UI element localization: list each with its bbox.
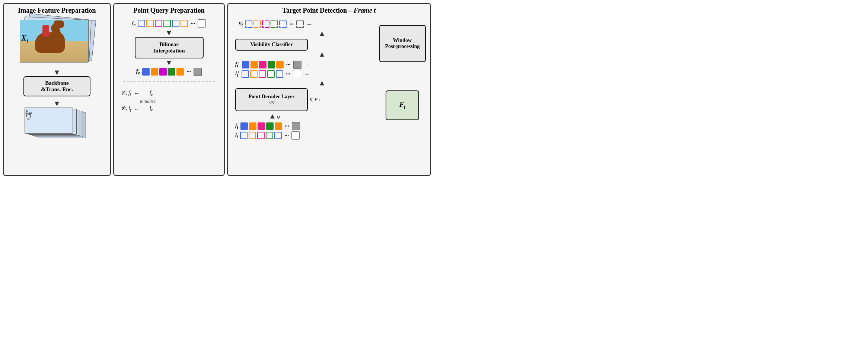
backbone-line2: &Trans. Enc. bbox=[29, 86, 85, 93]
feature-stack: ··· FW F1 bbox=[25, 108, 90, 139]
fe-box-purple bbox=[159, 68, 167, 76]
fe-box-blue bbox=[142, 68, 150, 76]
decoder-box: Point Decoder Layer ×N bbox=[235, 88, 308, 111]
le-box-green bbox=[163, 20, 171, 27]
vt-box-green bbox=[271, 20, 278, 28]
fe-label: fe bbox=[136, 68, 140, 76]
window-label: WindowPost-processing bbox=[385, 38, 419, 49]
ft-lt-section: ft ··· lt bbox=[235, 121, 375, 141]
lt-prime-label: lt′ bbox=[235, 71, 239, 78]
right-sidebar: WindowPost-processing Ft bbox=[378, 17, 427, 169]
middle-content: le ··· ▼ Bilinear Interpolation ▼ bbox=[118, 17, 220, 116]
img-card-main bbox=[20, 20, 89, 63]
ftp-box-orange2 bbox=[276, 61, 284, 68]
le-box-blue2 bbox=[172, 20, 179, 27]
vt-box-dashed-gray bbox=[296, 20, 304, 28]
rider-body bbox=[42, 25, 49, 37]
lt-box-green bbox=[266, 132, 273, 139]
lt-box-white bbox=[291, 131, 300, 140]
arrow-features: ▼ bbox=[7, 99, 106, 108]
init-section: ∀t, ft ← fe initialize ∀t, lt ← le bbox=[118, 87, 220, 116]
fe-box-gray bbox=[194, 68, 202, 76]
ft-box-green bbox=[266, 122, 274, 130]
q-section: ▼ Q bbox=[269, 114, 375, 119]
bilinear-line2: Interpolation bbox=[141, 48, 198, 54]
ft-box-label: Ft bbox=[399, 101, 405, 110]
lt-box-orange bbox=[249, 132, 256, 139]
arrow-left1: ← bbox=[134, 90, 140, 97]
ft-box-pink bbox=[258, 122, 265, 130]
ltp-box-green bbox=[267, 70, 275, 78]
frame-t-label: Frame t bbox=[354, 7, 376, 14]
lt-label: lt bbox=[235, 132, 238, 139]
lt-box-pink bbox=[257, 132, 265, 139]
lt-prime-row: lt′ ··· → bbox=[235, 70, 375, 78]
arrow-bilinear: ▼ bbox=[165, 29, 173, 37]
initialize-label: initialize bbox=[140, 99, 156, 104]
le-box-blue bbox=[138, 20, 145, 27]
ltp-arrow-right: → bbox=[304, 71, 310, 77]
forall-lt-row: ∀t, lt ← le bbox=[121, 105, 217, 113]
fe-init-text: fe bbox=[150, 90, 153, 97]
right-panel: Target Point Detection – Frame t vt ··· bbox=[227, 3, 431, 176]
forall-lt-text: ∀t, lt bbox=[121, 105, 131, 113]
middle-panel: Point Query Preparation le ··· ▼ Bilinea… bbox=[113, 3, 225, 176]
arrow-up-vis: ▼ bbox=[269, 52, 375, 58]
xN-label: ×N bbox=[268, 100, 275, 106]
dashed-divider bbox=[123, 81, 215, 82]
horse-head bbox=[54, 20, 64, 28]
backbone-line1: Backbone bbox=[29, 80, 85, 86]
visibility-label: Visibility Classifier bbox=[250, 42, 293, 47]
arrow-fe: ▼ bbox=[165, 58, 173, 67]
horse-scene bbox=[20, 20, 88, 62]
ft-box-orange3 bbox=[275, 122, 282, 130]
decoder-label: Point Decoder Layer bbox=[248, 94, 294, 100]
image-x1-label: X1 bbox=[21, 34, 29, 44]
fe-box-orange bbox=[151, 68, 158, 76]
ft-dots: ··· bbox=[285, 123, 289, 130]
forall-ft-text: ∀t, ft bbox=[121, 90, 131, 97]
ftp-box-orange bbox=[250, 61, 258, 68]
ft-green-box: Ft bbox=[386, 90, 419, 120]
ft-prime-row: ft′ ··· → bbox=[235, 61, 375, 69]
lt-row: lt ··· bbox=[235, 131, 375, 140]
arrow-up-q: ▼ bbox=[269, 114, 276, 119]
vt-box-purple bbox=[262, 20, 269, 28]
visibility-box: Visibility Classifier bbox=[235, 39, 308, 51]
ltp-dots: ··· bbox=[286, 71, 290, 77]
fe-box-green bbox=[168, 68, 175, 76]
fe-dots: ··· bbox=[186, 68, 191, 75]
vis-row: Visibility Classifier bbox=[235, 39, 375, 51]
ft-row: ft ··· bbox=[235, 122, 375, 130]
q-label: Q bbox=[277, 115, 280, 119]
left-panel-title: Image Feature Preparation bbox=[7, 7, 106, 15]
main-container: Image Feature Preparation X1 ▼ Backbone bbox=[0, 0, 434, 179]
le-box-orange2 bbox=[181, 20, 188, 27]
le-label: le bbox=[132, 20, 136, 28]
ltp-box-blue bbox=[242, 70, 249, 78]
vt-row: vt ··· bbox=[239, 20, 304, 28]
kv-q-labels: K, V bbox=[309, 97, 317, 103]
arrow-up-decoder: ▼ bbox=[269, 81, 375, 87]
ftp-box-green bbox=[268, 61, 275, 68]
arrow-left2: ← bbox=[134, 106, 140, 112]
vt-arrow-right: → bbox=[306, 21, 312, 28]
init-label-row: initialize bbox=[121, 99, 217, 104]
right-inner: vt ··· → ▼ bbox=[232, 17, 427, 169]
vt-label: vt bbox=[239, 20, 243, 28]
right-panel-title: Target Point Detection – Frame t bbox=[232, 7, 427, 15]
ltp-box-pink bbox=[259, 70, 266, 78]
ft-box-gray bbox=[292, 122, 300, 130]
ft-box-blue bbox=[240, 122, 248, 130]
lt-box-blue2 bbox=[274, 132, 282, 139]
vt-dots: ··· bbox=[289, 21, 294, 28]
le-box-purple bbox=[155, 20, 162, 27]
vt-box-blue bbox=[245, 20, 252, 28]
ft-box-orange bbox=[249, 122, 256, 130]
vt-box-blue2 bbox=[279, 20, 287, 28]
ftp-box-blue bbox=[242, 61, 249, 68]
image-stack: X1 bbox=[16, 17, 98, 65]
ftp-box-gray bbox=[293, 61, 301, 69]
ft-prime-label: ft′ bbox=[235, 61, 240, 68]
f1-label: F1 bbox=[26, 112, 31, 119]
